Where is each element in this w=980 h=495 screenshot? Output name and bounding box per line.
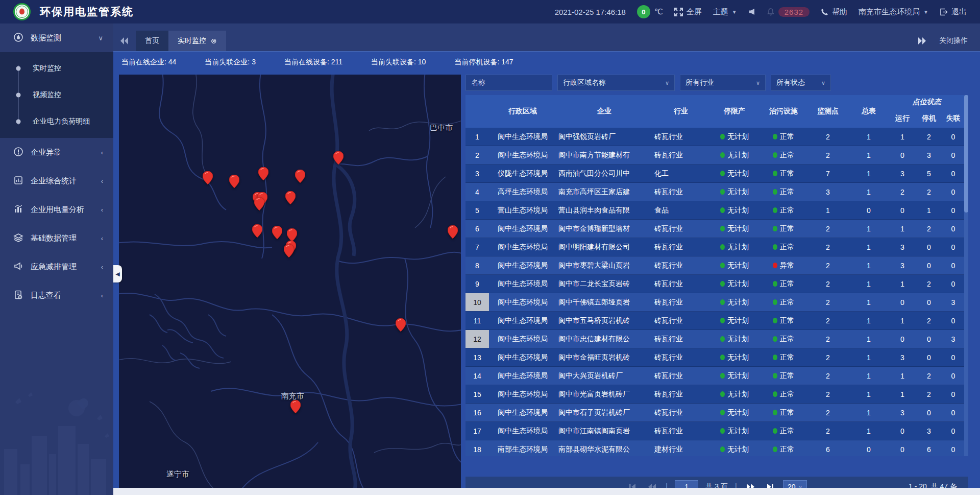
tab-realtime-monitor[interactable]: 实时监控 ⊗	[168, 31, 226, 51]
double-chevron-right-icon[interactable]	[918, 37, 926, 44]
cell-company[interactable]: 阆中千佛镇五郎垭页岩	[556, 293, 652, 311]
table-row[interactable]: 14阆中生态环境局阆中大兴页岩机砖厂砖瓦行业无计划正常21120	[465, 367, 964, 385]
cell-company[interactable]: 阆中市金博瑞新型墙材	[556, 220, 652, 238]
cell-company[interactable]: 阆中明阳建材有限公司	[556, 238, 652, 256]
map-pin[interactable]	[284, 244, 294, 257]
sidebar-subitem-0[interactable]: 实时监控	[0, 55, 113, 82]
cell-company[interactable]: 阆中大兴页岩机砖厂	[556, 367, 652, 385]
cell-company[interactable]: 阆中市枣碧大梁山页岩	[556, 256, 652, 274]
table-row[interactable]: 7阆中生态环境局阆中明阳建材有限公司砖瓦行业无计划正常21300	[465, 238, 964, 256]
cell-company[interactable]: 阆中市光富页岩机砖厂	[556, 385, 652, 403]
map-pin[interactable]	[290, 400, 301, 413]
sidebar-subitem-2[interactable]: 企业电力负荷明细	[0, 108, 113, 135]
cell-industry: 砖瓦行业	[652, 183, 709, 201]
scrollbar-thumb[interactable]	[964, 95, 968, 213]
sidebar-subitem-label: 视频监控	[33, 90, 61, 100]
cell-company[interactable]: 阆中市二龙长宝页岩砖	[556, 275, 652, 293]
cell-company[interactable]: 阆中市江南镇阆南页岩	[556, 422, 652, 440]
stat-3: 当前失联设备: 10	[371, 58, 426, 67]
table-row[interactable]: 18南部生态环境局南部县砌华水泥有限公建材行业无计划正常60060	[465, 440, 964, 456]
map-pin[interactable]	[285, 191, 296, 204]
cell-points: 2	[807, 330, 848, 348]
logout-button[interactable]: 退出	[940, 7, 967, 17]
map-pin[interactable]	[252, 224, 262, 238]
cell-company[interactable]: 阆中强锐页岩砖厂	[556, 128, 652, 146]
table-row[interactable]: 15阆中生态环境局阆中市光富页岩机砖厂砖瓦行业无计划正常21120	[465, 385, 964, 404]
table-row[interactable]: 1阆中生态环境局阆中强锐页岩砖厂砖瓦行业无计划正常21120	[465, 128, 964, 146]
cell-row-number: 7	[465, 238, 489, 256]
cell-company[interactable]: 阆中市南方节能建材有	[556, 146, 652, 164]
cell-facility-status: 正常	[760, 385, 807, 403]
sidebar-item-2[interactable]: 企业综合统计‹	[0, 167, 113, 195]
table-row[interactable]: 16阆中生态环境局阆中市石子页岩机砖厂砖瓦行业无计划正常21300	[465, 404, 964, 422]
table-row[interactable]: 10阆中生态环境局阆中千佛镇五郎垭页岩砖瓦行业无计划正常21003	[465, 293, 964, 312]
map-pin[interactable]	[272, 226, 282, 239]
cell-company[interactable]: 南部县砌华水泥有限公	[556, 440, 652, 456]
temperature-unit: ℃	[654, 7, 663, 16]
table-row[interactable]: 12阆中生态环境局阆中市忠信建材有限公砖瓦行业无计划正常21003	[465, 330, 964, 348]
cell-points: 2	[807, 422, 848, 440]
sidebar-item-4[interactable]: 基础数据管理‹	[0, 224, 113, 252]
cell-company[interactable]: 阆中市忠信建材有限公	[556, 330, 652, 348]
sidebar-subitem-1[interactable]: 视频监控	[0, 82, 113, 108]
map-pin[interactable]	[254, 197, 264, 210]
table-row[interactable]: 2阆中生态环境局阆中市南方节能建材有砖瓦行业无计划正常21030	[465, 146, 964, 164]
sidebar-item-0[interactable]: 数据监测∨	[0, 23, 113, 52]
org-menu[interactable]: 南充市生态环境局 ▼	[859, 7, 928, 17]
table-scrollbar[interactable]	[964, 95, 968, 456]
table-row[interactable]: 3仪陇生态环境局西南油气田分公司川中化工无计划正常71350	[465, 164, 964, 183]
cell-industry: 砖瓦行业	[652, 146, 709, 164]
map-pin[interactable]	[258, 167, 268, 180]
cell-lost: 0	[942, 183, 964, 201]
table-row[interactable]: 4高坪生态环境局南充市高坪区王家店建砖瓦行业无计划正常31220	[465, 183, 964, 201]
table-row[interactable]: 5营山生态环境局营山县润丰肉食品有限食品无计划正常10010	[465, 201, 964, 220]
name-search-input[interactable]: 名称	[465, 75, 552, 91]
table-row[interactable]: 9阆中生态环境局阆中市二龙长宝页岩砖砖瓦行业无计划正常21120	[465, 275, 964, 293]
cell-company[interactable]: 西南油气田分公司川中	[556, 164, 652, 182]
status-dot-icon	[773, 446, 777, 452]
status-dot-icon	[720, 226, 725, 231]
theme-menu[interactable]: 主题 ▼	[713, 7, 737, 17]
cell-company[interactable]: 阆中市石子页岩机砖厂	[556, 404, 652, 421]
cell-row-number: 16	[465, 404, 489, 421]
cell-region: 高坪生态环境局	[489, 183, 556, 201]
status-select[interactable]: 所有状态 ∨	[771, 75, 831, 91]
cell-company[interactable]: 南充市高坪区王家店建	[556, 183, 652, 201]
map-pin[interactable]	[287, 228, 297, 242]
tab-home[interactable]: 首页	[136, 31, 168, 51]
cell-facility-status: 正常	[760, 404, 807, 421]
industry-select[interactable]: 所有行业 ∨	[680, 75, 766, 91]
sidebar-item-1[interactable]: 企业异常‹	[0, 138, 113, 167]
sidebar-item-3[interactable]: 企业用电量分析‹	[0, 195, 113, 224]
map-panel[interactable]: 巴中市南充市遂宁市	[119, 75, 461, 488]
tab-close-icon[interactable]: ⊗	[211, 37, 217, 45]
tabs-scroll-left-button[interactable]	[113, 31, 136, 51]
map-pin[interactable]	[333, 151, 344, 164]
cell-company[interactable]: 营山县润丰肉食品有限	[556, 201, 652, 219]
cell-lost: 0	[942, 256, 964, 274]
map-pin[interactable]	[203, 171, 213, 184]
table-row[interactable]: 8阆中生态环境局阆中市枣碧大梁山页岩砖瓦行业无计划异常21300	[465, 256, 964, 275]
map-pin[interactable]	[229, 175, 239, 188]
close-operations-button[interactable]: 关闭操作	[939, 36, 968, 45]
map-pin[interactable]	[448, 225, 458, 239]
region-select[interactable]: 行政区域名称 ∨	[557, 75, 675, 91]
fullscreen-button[interactable]: 全屏	[674, 7, 702, 17]
cell-production-status: 无计划	[709, 183, 760, 201]
mute-button[interactable]	[748, 8, 755, 15]
help-button[interactable]: 帮助	[821, 7, 847, 17]
table-row[interactable]: 13阆中生态环境局阆中市金福旺页岩机砖砖瓦行业无计划正常21300	[465, 348, 964, 367]
sidebar-submenu: 实时监控视频监控企业电力负荷明细	[0, 52, 113, 138]
map-pin[interactable]	[295, 170, 305, 183]
map-pin[interactable]	[396, 318, 406, 332]
cell-company[interactable]: 阆中市金福旺页岩机砖	[556, 348, 652, 366]
cell-industry: 砖瓦行业	[652, 220, 709, 238]
table-row[interactable]: 6阆中生态环境局阆中市金博瑞新型墙材砖瓦行业无计划正常21120	[465, 220, 964, 238]
sidebar-item-6[interactable]: 日志查看‹	[0, 281, 113, 310]
sidebar-item-5[interactable]: 应急减排管理‹	[0, 252, 113, 281]
table-row[interactable]: 17阆中生态环境局阆中市江南镇阆南页岩砖瓦行业无计划正常21030	[465, 422, 964, 440]
notification-area[interactable]: 2632	[767, 7, 810, 17]
cell-company[interactable]: 阆中市五马桥页岩机砖	[556, 312, 652, 329]
table-row[interactable]: 11阆中生态环境局阆中市五马桥页岩机砖砖瓦行业无计划正常21120	[465, 312, 964, 330]
sidebar-collapse-button[interactable]: ◀	[113, 265, 122, 282]
